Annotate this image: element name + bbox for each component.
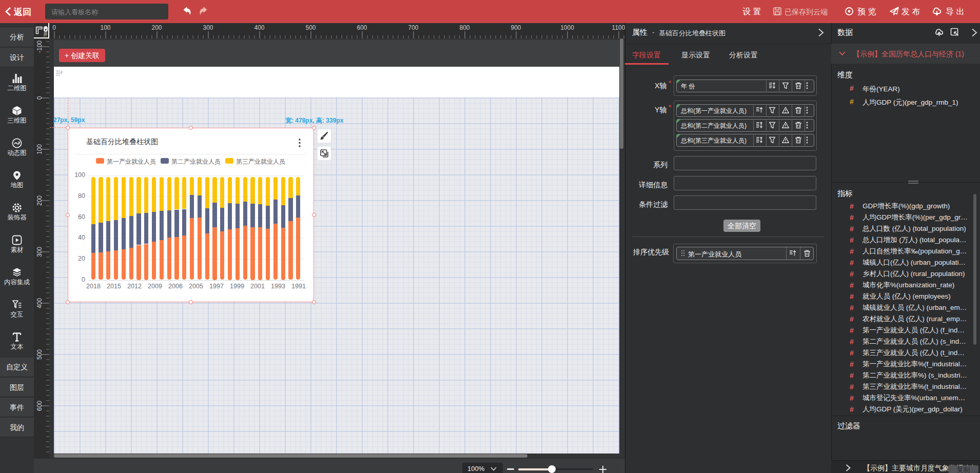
- svg-text:300: 300: [36, 247, 43, 257]
- svg-text:600: 600: [36, 401, 43, 411]
- svg-text:0: 0: [36, 96, 43, 100]
- svg-text:100: 100: [36, 144, 43, 154]
- svg-text:500: 500: [36, 349, 43, 360]
- svg-text:-100: -100: [36, 41, 43, 53]
- svg-text:400: 400: [36, 298, 43, 308]
- svg-text:200: 200: [36, 195, 43, 206]
